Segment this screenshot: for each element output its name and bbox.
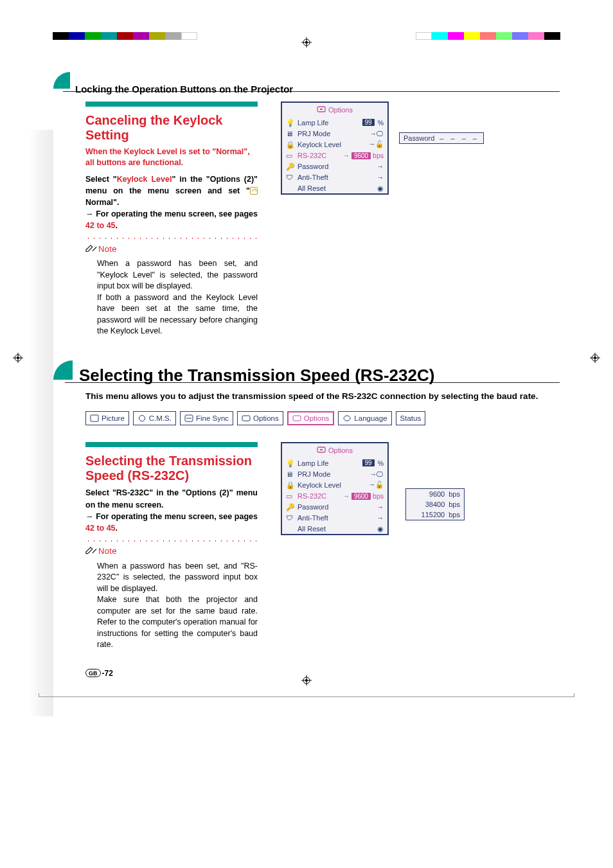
section1-body2: → For operating the menu screen, see pag… xyxy=(85,208,258,231)
svg-rect-22 xyxy=(242,416,250,421)
tab-status: Status xyxy=(396,411,426,425)
section1-note: When a password has been set, and "Keylo… xyxy=(85,258,258,337)
registration-bar-right xyxy=(416,32,560,40)
registration-target-icon xyxy=(13,353,23,363)
options-icon xyxy=(317,446,326,455)
svg-rect-19 xyxy=(91,415,98,421)
svg-line-25 xyxy=(93,549,96,553)
registration-target-icon xyxy=(590,353,600,363)
password-box: Password – – – – xyxy=(399,132,484,144)
svg-point-3 xyxy=(305,41,308,44)
shield-icon: 🛡 xyxy=(286,514,294,522)
prj-icon: 🖥 xyxy=(286,130,294,137)
menu-tabs: Picture C.M.S. Fine Sync Options Options… xyxy=(85,411,560,425)
section-rule xyxy=(85,102,258,107)
lamp-icon: 💡 xyxy=(286,459,294,467)
section2-note: When a password has been set, and "RS-23… xyxy=(85,561,258,651)
dotted-separator xyxy=(85,539,258,543)
section1-body1: Select "Keylock Level" in the "Options (… xyxy=(85,173,258,208)
tab-options-1: Options xyxy=(237,411,283,425)
note-icon xyxy=(85,243,97,254)
side-gradient xyxy=(30,130,53,716)
svg-rect-18 xyxy=(320,109,323,110)
svg-point-15 xyxy=(594,357,596,359)
main-heading: Selecting the Transmission Speed (RS-232… xyxy=(79,366,434,385)
trim-line xyxy=(39,696,574,697)
tab-language: Language xyxy=(338,411,391,425)
main-intro: This menu allows you to adjust the trans… xyxy=(85,390,560,403)
options-icon xyxy=(317,105,326,114)
svg-point-11 xyxy=(17,357,19,359)
svg-rect-27 xyxy=(320,449,323,450)
note-heading: Note xyxy=(85,243,258,254)
running-header: Locking the Operation Buttons on the Pro… xyxy=(53,72,560,93)
svg-point-20 xyxy=(139,416,145,421)
port-icon: ▭ xyxy=(286,492,294,500)
section1-heading: Canceling the Keylock Setting xyxy=(85,113,258,143)
registration-target-icon xyxy=(301,37,312,48)
key-icon: 🔑 xyxy=(286,163,294,170)
key-icon: 🔑 xyxy=(286,503,294,511)
lock-icon: 🔒 xyxy=(286,481,294,489)
dotted-separator xyxy=(85,236,258,240)
tab-cms: C.M.S. xyxy=(133,411,176,425)
section1-sub: When the Keylock Level is set to "Normal… xyxy=(85,146,258,168)
page-number: GB -72 xyxy=(85,669,560,678)
registration-bar-left xyxy=(53,32,197,40)
tab-fine-sync: Fine Sync xyxy=(180,411,233,425)
svg-line-16 xyxy=(93,247,96,251)
svg-rect-23 xyxy=(293,416,301,421)
tab-options-2: Options xyxy=(287,411,335,425)
port-icon: ▭ xyxy=(286,152,294,159)
main-heading-ornament: Selecting the Transmission Speed (RS-232… xyxy=(53,360,560,384)
osd-options-panel-2: Options 💡Lamp Life99% 🖥PRJ Mode→🖵 🔒Keylo… xyxy=(281,442,389,535)
section2-body2: → For operating the menu screen, see pag… xyxy=(85,511,258,534)
tab-picture: Picture xyxy=(85,411,129,425)
osd-options-panel-1: Options 💡Lamp Life99% 🖥PRJ Mode→🖵 🔒Keylo… xyxy=(281,102,389,195)
note-heading: Note xyxy=(85,545,258,557)
prj-icon: 🖥 xyxy=(286,470,294,478)
svg-point-24 xyxy=(344,416,350,421)
section-rule xyxy=(85,442,258,447)
lock-icon: 🔒 xyxy=(286,141,294,148)
running-title: Locking the Operation Buttons on the Pro… xyxy=(75,84,293,94)
lock-open-icon xyxy=(250,187,258,195)
baud-rate-list: 9600bps 38400bps 115200bps xyxy=(405,488,465,520)
enter-icon: ◉ xyxy=(377,525,384,533)
shield-icon: 🛡 xyxy=(286,173,294,181)
section2-body1: Select "RS-232C" in the "Options (2)" me… xyxy=(85,487,258,510)
gb-badge: GB xyxy=(85,669,101,677)
section2-heading: Selecting the Transmission Speed (RS-232… xyxy=(85,454,258,483)
lamp-icon: 💡 xyxy=(286,119,294,127)
enter-icon: ◉ xyxy=(377,184,384,192)
note-icon xyxy=(85,545,97,557)
